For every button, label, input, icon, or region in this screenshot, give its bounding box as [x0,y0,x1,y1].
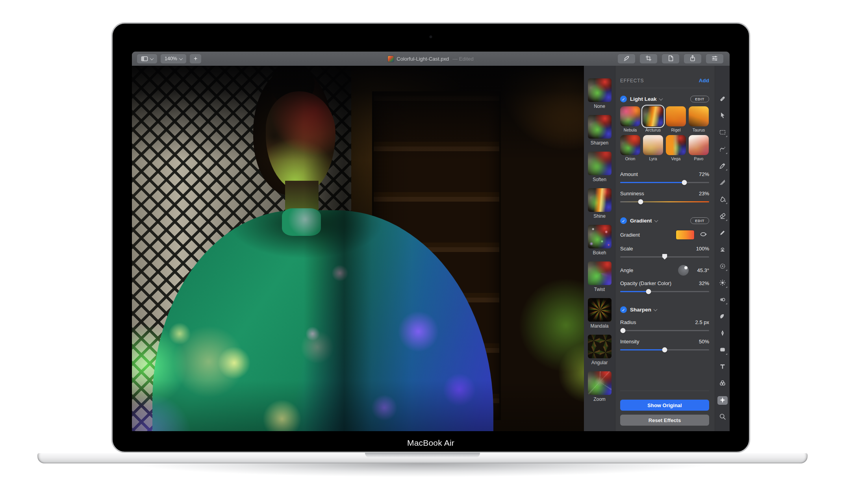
scale-slider[interactable] [620,254,709,259]
radius-value: 2.5 px [695,319,709,325]
effect-thumbnail-mandala[interactable]: Mandala [588,298,612,329]
arrange-tool[interactable] [717,112,728,120]
color-adjust-tool[interactable] [717,380,728,388]
effect-thumbnail-twist[interactable]: Twist [588,261,612,292]
amount-slider[interactable] [620,180,709,185]
effects-icon [719,397,726,405]
effect-label: Sharpen [591,140,608,146]
preset-rigel[interactable]: Rigel [666,106,686,132]
type-tool[interactable] [717,363,728,371]
gradient-checkbox[interactable]: ✓ [620,217,627,224]
canvas[interactable] [132,66,584,431]
gradient-edit-button[interactable]: EDIT [690,217,709,224]
light-leak-title[interactable]: Light Leak [630,96,657,102]
intensity-slider[interactable] [620,347,709,352]
view-options-button[interactable] [137,54,157,63]
opacity-slider[interactable] [620,289,709,294]
pencil-tool[interactable] [717,229,728,237]
document-status: — Edited [452,56,473,62]
preset-arcturus[interactable]: Arcturus [643,106,663,132]
preset-vega[interactable]: Vega [666,135,686,161]
add-tab-button[interactable]: + [190,54,201,63]
zoom-level-button[interactable]: 140% [161,54,186,63]
color-select-tool[interactable] [717,162,728,170]
repair-tool[interactable] [717,95,728,104]
effect-thumbnail-shine[interactable]: Shine [588,188,612,219]
new-document-button[interactable] [662,54,679,63]
effects-tool[interactable] [717,396,728,405]
preset-preview [666,135,686,155]
soften-tool[interactable] [717,262,728,271]
gradient-row-label: Gradient [620,232,640,238]
show-original-button[interactable]: Show Original [620,400,709,411]
light-leak-checkbox[interactable]: ✓ [620,96,627,102]
gradient-swatch[interactable] [676,230,694,239]
slice-tool[interactable] [717,179,728,187]
pen-tool[interactable] [717,329,728,338]
preset-label: Orion [625,156,636,161]
slider-thumb[interactable] [662,347,667,352]
add-effect-button[interactable]: Add [699,78,709,83]
slice-icon [719,179,726,187]
preset-pavo[interactable]: Pavo [689,135,709,161]
preset-preview [689,106,709,126]
crop-button[interactable] [640,54,657,63]
amount-label: Amount [620,171,638,177]
smudge-tool[interactable] [717,313,728,321]
tool-sidebar [715,66,730,431]
quick-select-tool[interactable] [717,145,728,154]
share-button[interactable] [684,54,701,63]
annotate-button[interactable] [618,54,635,63]
shape-tool[interactable] [717,346,728,355]
lighten-tool[interactable] [717,279,728,288]
angle-dial[interactable] [678,265,689,276]
device-label: MacBook Air [113,438,749,448]
preset-preview [620,106,640,126]
smudge-icon [719,313,726,321]
reset-effects-button[interactable]: Reset Effects [620,415,709,426]
effects-panel: EFFECTS Add ✓ Light Leak EDIT [615,66,715,431]
slider-thumb[interactable] [662,254,667,259]
preset-taurus[interactable]: Taurus [689,106,709,132]
zoom-tool[interactable] [717,413,728,422]
preset-label: Pavo [694,156,704,161]
effect-preview [588,371,612,395]
gradient-title[interactable]: Gradient [630,218,652,224]
effect-thumbnail-sharpen[interactable]: Sharpen [588,115,612,146]
zoom-tool-icon [719,413,726,421]
preset-nebula[interactable]: Nebula [620,106,640,132]
angle-label: Angle [620,267,633,273]
amount-value: 72% [699,171,709,177]
sharpen-checkbox[interactable]: ✓ [620,306,627,313]
sharpen-title[interactable]: Sharpen [630,307,651,313]
gradient-loop-button[interactable] [697,230,709,239]
pen-icon [719,330,726,338]
effect-thumbnail-soften[interactable]: Soften [588,152,612,182]
radius-slider[interactable] [620,328,709,333]
slider-thumb[interactable] [638,199,643,204]
slider-thumb[interactable] [646,289,651,294]
clone-tool[interactable] [717,246,728,254]
annotate-icon [623,54,630,63]
effect-label: Twist [594,287,605,292]
slider-thumb[interactable] [682,180,687,185]
adjustments-button[interactable] [706,54,723,63]
sunniness-slider[interactable] [620,199,709,204]
scale-value: 100% [696,246,709,252]
intensity-label: Intensity [620,339,639,345]
rect-select-tool[interactable] [717,128,728,137]
slider-thumb[interactable] [620,328,625,333]
preset-orion[interactable]: Orion [620,135,640,161]
effect-thumbnail-zoom[interactable]: Zoom [588,371,612,402]
clone-icon [719,246,726,254]
fill-tool[interactable] [717,195,728,204]
quick-select-icon [719,145,726,154]
effect-thumbnail-none[interactable]: None [588,78,612,109]
effect-thumbnail-bokeh[interactable]: Bokeh [588,225,612,256]
light-leak-edit-button[interactable]: EDIT [690,96,709,102]
effect-thumbnail-angular[interactable]: Angular [588,335,612,365]
sponge-tool[interactable] [717,296,728,304]
gradient-section-header: ✓ Gradient EDIT [620,217,709,224]
preset-lyra[interactable]: Lyra [643,135,663,161]
eraser-tool[interactable] [717,212,728,221]
